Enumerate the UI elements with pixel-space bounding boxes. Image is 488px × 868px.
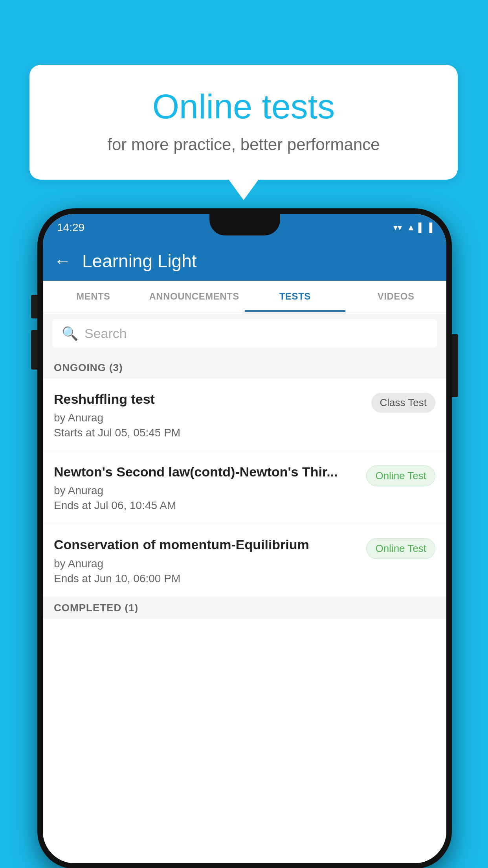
bubble-subtitle: for more practice, better performance [53, 135, 434, 154]
power-button [452, 334, 458, 397]
search-container: 🔍 Search [43, 312, 446, 355]
test-item[interactable]: Conservation of momentum-Equilibrium by … [43, 524, 446, 597]
search-placeholder: Search [84, 326, 127, 341]
online-test-badge-3: Online Test [366, 538, 435, 559]
wifi-icon: ▾▾ [393, 223, 402, 233]
ongoing-section-header: ONGOING (3) [43, 355, 446, 379]
test-name-1: Reshuffling test [54, 390, 365, 408]
tabs-bar: MENTS ANNOUNCEMENTS TESTS VIDEOS [43, 281, 446, 312]
class-test-badge-1: Class Test [371, 393, 435, 413]
signal-icon: ▲▐ [407, 223, 421, 233]
ongoing-title: ONGOING (3) [54, 362, 123, 373]
search-icon: 🔍 [62, 326, 78, 341]
back-button[interactable]: ← [54, 251, 71, 271]
online-test-badge-2: Online Test [366, 465, 435, 486]
test-by-2: by Anurag [54, 484, 360, 497]
tab-announcements[interactable]: ANNOUNCEMENTS [144, 281, 245, 312]
status-icons: ▾▾ ▲▐ ▐ [393, 223, 432, 233]
completed-section-bar: COMPLETED (1) [43, 597, 446, 619]
tab-ments[interactable]: MENTS [43, 281, 144, 312]
completed-title: COMPLETED (1) [54, 602, 138, 614]
test-content-1: Reshuffling test by Anurag Starts at Jul… [54, 390, 365, 439]
notch [209, 214, 280, 235]
phone-frame: 14:29 ▾▾ ▲▐ ▐ ← Learning Light MENTS ANN… [37, 208, 452, 868]
test-content-3: Conservation of momentum-Equilibrium by … [54, 536, 360, 585]
test-content-2: Newton's Second law(contd)-Newton's Thir… [54, 463, 360, 512]
tests-list: Reshuffling test by Anurag Starts at Jul… [43, 379, 446, 863]
bubble-title: Online tests [53, 86, 434, 127]
phone-screen: 14:29 ▾▾ ▲▐ ▐ ← Learning Light MENTS ANN… [43, 214, 446, 863]
test-date-1: Starts at Jul 05, 05:45 PM [54, 427, 365, 439]
status-time: 14:29 [57, 221, 84, 234]
app-bar: ← Learning Light [43, 241, 446, 281]
search-bar[interactable]: 🔍 Search [52, 319, 437, 348]
test-date-3: Ends at Jun 10, 06:00 PM [54, 572, 360, 585]
volume-up-button [31, 295, 37, 318]
tab-videos[interactable]: VIDEOS [345, 281, 446, 312]
test-item[interactable]: Newton's Second law(contd)-Newton's Thir… [43, 451, 446, 524]
test-name-2: Newton's Second law(contd)-Newton's Thir… [54, 463, 360, 480]
promo-bubble: Online tests for more practice, better p… [29, 65, 458, 180]
phone-content: 🔍 Search ONGOING (3) Reshuffling test by… [43, 312, 446, 863]
app-title: Learning Light [82, 250, 197, 272]
test-item[interactable]: Reshuffling test by Anurag Starts at Jul… [43, 379, 446, 451]
test-date-2: Ends at Jul 06, 10:45 AM [54, 499, 360, 512]
test-name-3: Conservation of momentum-Equilibrium [54, 536, 360, 553]
phone-mockup: 14:29 ▾▾ ▲▐ ▐ ← Learning Light MENTS ANN… [37, 208, 452, 868]
battery-icon: ▐ [426, 223, 432, 233]
volume-down-button [31, 330, 37, 370]
test-by-1: by Anurag [54, 412, 365, 424]
test-by-3: by Anurag [54, 557, 360, 570]
status-bar: 14:29 ▾▾ ▲▐ ▐ [43, 214, 446, 241]
tab-tests[interactable]: TESTS [245, 281, 346, 312]
